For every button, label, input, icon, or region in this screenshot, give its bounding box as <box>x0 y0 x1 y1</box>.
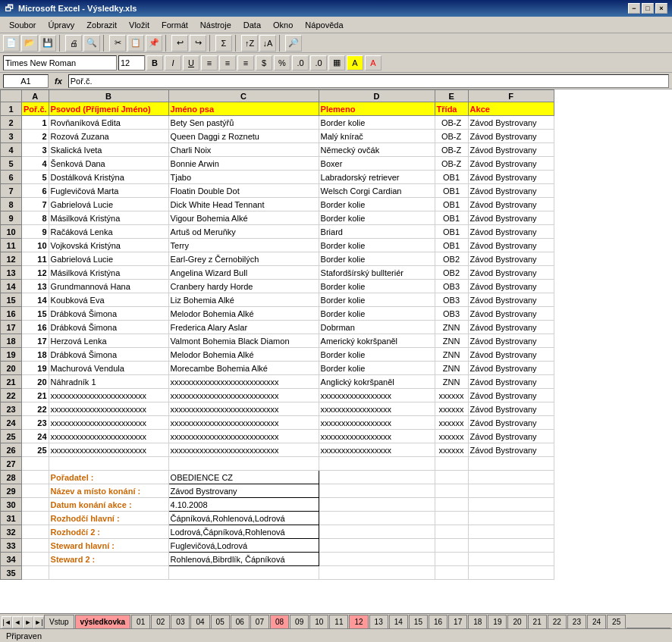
cell-e[interactable]: ZNN <box>435 362 468 375</box>
tab-vstup[interactable]: Vstup <box>44 615 74 628</box>
cell-d[interactable]: xxxxxxxxxxxxxxxxx <box>319 430 435 443</box>
cell-a[interactable]: 20 <box>22 375 49 389</box>
cell-a[interactable]: 10 <box>22 239 49 252</box>
tab-10[interactable]: 10 <box>309 615 328 628</box>
tab-nav-next[interactable]: ► <box>23 616 33 628</box>
tab-24[interactable]: 24 <box>587 615 606 628</box>
tab-09[interactable]: 09 <box>290 615 309 628</box>
cell-a[interactable]: 17 <box>22 334 49 348</box>
tab-nav-last[interactable]: ►| <box>33 616 44 628</box>
cell-f[interactable]: Závod Bystrovany <box>468 225 554 239</box>
align-right-button[interactable]: ≡ <box>237 55 254 70</box>
cell-f[interactable]: Závod Bystrovany <box>468 211 554 225</box>
cell-c[interactable]: Melodor Bohemia Alké <box>168 348 319 362</box>
cell-a[interactable]: 6 <box>22 184 49 198</box>
cell-b[interactable]: Rovňaníková Edita <box>49 116 168 130</box>
cell-e[interactable] <box>435 525 468 539</box>
cell-d[interactable] <box>319 539 435 553</box>
border-button[interactable]: ▦ <box>328 55 345 70</box>
fill-color-button[interactable]: A <box>347 55 363 70</box>
tab-05[interactable]: 05 <box>211 615 230 628</box>
cell-b[interactable]: Grundmannová Hana <box>49 280 168 293</box>
cell-b[interactable]: Másilková Kristýna <box>49 266 168 280</box>
cell-f[interactable]: Závod Bystrovany <box>468 293 554 307</box>
cell-c[interactable]: xxxxxxxxxxxxxxxxxxxxxxxxxx <box>168 430 319 443</box>
cell-a[interactable] <box>22 539 49 553</box>
cell-d[interactable]: Dobrman <box>319 321 435 334</box>
cell-b-label[interactable]: Název a místo konání : <box>49 484 168 498</box>
cell-d[interactable]: Border kolie <box>319 116 435 130</box>
cell-d[interactable]: xxxxxxxxxxxxxxxxx <box>319 416 435 430</box>
cell-a[interactable]: 8 <box>22 211 49 225</box>
cell-b[interactable]: Drábková Šimona <box>49 307 168 321</box>
minimize-button[interactable]: − <box>628 3 640 14</box>
cell-d[interactable]: Americký kokršpaněl <box>319 334 435 348</box>
cell-f[interactable]: Závod Bystrovany <box>468 239 554 252</box>
cell-e[interactable]: OB2 <box>435 266 468 280</box>
col-header-e[interactable]: E <box>435 90 468 102</box>
col-header-f[interactable]: F <box>468 90 554 102</box>
formula-input[interactable] <box>68 74 669 88</box>
cell-d[interactable]: Border kolie <box>319 252 435 266</box>
cell-e[interactable]: ZNN <box>435 375 468 389</box>
cell-f[interactable]: Závod Bystrovany <box>468 402 554 416</box>
cell-f[interactable]: Závod Bystrovany <box>468 143 554 157</box>
cell-a[interactable]: 3 <box>22 143 49 157</box>
cell-f[interactable]: Závod Bystrovany <box>468 375 554 389</box>
cell-b[interactable]: Račáková Lenka <box>49 225 168 239</box>
cell-b[interactable]: Drábková Šimona <box>49 321 168 334</box>
cell-e[interactable]: OB1 <box>435 171 468 184</box>
preview-button[interactable]: 🔍 <box>83 35 100 52</box>
redo-button[interactable]: ↪ <box>190 35 206 52</box>
cell-b-label[interactable]: Rozhodčí hlavní : <box>49 512 168 525</box>
font-name-combo[interactable] <box>3 55 117 70</box>
cell-c-info[interactable]: Rohlenová,Bibrdlík, Čápníková <box>168 553 319 566</box>
cell-d[interactable] <box>319 553 435 566</box>
cell-a1[interactable]: Poř.č. <box>22 102 49 116</box>
cell-a[interactable] <box>22 553 49 566</box>
cell-f[interactable]: Závod Bystrovany <box>468 307 554 321</box>
tab-07[interactable]: 07 <box>250 615 269 628</box>
cell-c-info[interactable]: 4.10.2008 <box>168 498 319 512</box>
cell-e[interactable]: OB-Z <box>435 130 468 143</box>
tab-25[interactable]: 25 <box>607 615 626 628</box>
undo-button[interactable]: ↩ <box>171 35 188 52</box>
cell-b-label[interactable]: Datum konání akce : <box>49 498 168 512</box>
col-header-c[interactable]: C <box>168 90 319 102</box>
italic-button[interactable]: I <box>165 55 181 70</box>
cell-e[interactable]: OB3 <box>435 307 468 321</box>
cell-e[interactable] <box>435 457 468 471</box>
decimal-inc-button[interactable]: .0 <box>292 55 309 70</box>
cell-d[interactable]: Labradorský retriever <box>319 171 435 184</box>
cell-f[interactable]: Závod Bystrovany <box>468 130 554 143</box>
cell-a[interactable] <box>22 498 49 512</box>
cell-e1[interactable]: Třída <box>435 102 468 116</box>
currency-button[interactable]: $ <box>256 55 272 70</box>
menu-zobrazit[interactable]: Zobrazit <box>80 19 123 31</box>
cell-b[interactable]: Dostálková Kristýna <box>49 171 168 184</box>
cell-b[interactable]: Rozová Zuzana <box>49 130 168 143</box>
cell-d[interactable]: Border kolie <box>319 362 435 375</box>
cell-f1[interactable]: Akce <box>468 102 554 116</box>
cell-f[interactable]: Závod Bystrovany <box>468 116 554 130</box>
paste-button[interactable]: 📌 <box>146 35 162 52</box>
cell-c[interactable]: Frederica Alary Aslar <box>168 321 319 334</box>
cell-c[interactable]: Tjabo <box>168 171 319 184</box>
cell-d[interactable]: Border kolie <box>319 307 435 321</box>
cell-b[interactable]: xxxxxxxxxxxxxxxxxxxxxxx <box>49 389 168 402</box>
close-button[interactable]: × <box>655 3 667 14</box>
menu-data[interactable]: Data <box>237 19 267 31</box>
cell-e[interactable]: OB3 <box>435 280 468 293</box>
cell-a[interactable]: 11 <box>22 252 49 266</box>
cell-b[interactable]: xxxxxxxxxxxxxxxxxxxxxxx <box>49 402 168 416</box>
cell-c[interactable]: Earl-Grey z Černobilých <box>168 252 319 266</box>
tab-nav-prev[interactable]: ◄ <box>12 616 23 628</box>
cell-a[interactable]: 9 <box>22 225 49 239</box>
menu-napoveda[interactable]: Nápověda <box>299 19 349 31</box>
cell-c[interactable]: Charli Noix <box>168 143 319 157</box>
cell-d[interactable]: Border kolie <box>319 293 435 307</box>
cell-d[interactable]: xxxxxxxxxxxxxxxxx <box>319 443 435 457</box>
cell-f[interactable] <box>468 498 554 512</box>
cell-b[interactable]: Machurová Vendula <box>49 362 168 375</box>
cell-a[interactable] <box>22 525 49 539</box>
